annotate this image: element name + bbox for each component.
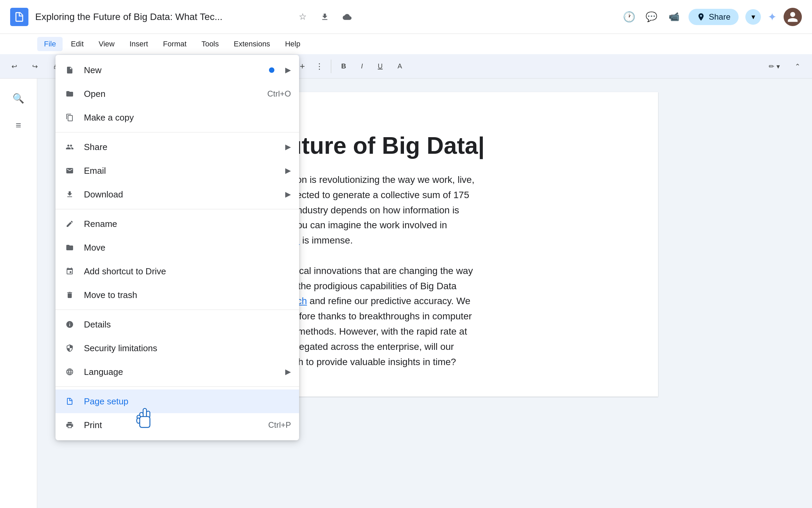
security-icon	[64, 342, 76, 354]
menu-item-move[interactable]: Move	[55, 236, 299, 259]
undo-button[interactable]: ↩	[5, 58, 23, 75]
bold-button[interactable]: B	[335, 58, 352, 75]
menu-item-download[interactable]: Download ▶	[55, 183, 299, 206]
trash-icon	[64, 289, 76, 301]
details-icon	[64, 318, 76, 331]
doc-icon	[10, 8, 28, 26]
video-icon[interactable]: 📹	[666, 9, 682, 25]
color-button[interactable]: A	[391, 58, 408, 75]
gemini-icon[interactable]: ✦	[768, 10, 777, 23]
search-icon[interactable]: 🔍	[9, 89, 28, 108]
menubar: File Edit View Insert Format Tools Exten…	[0, 34, 812, 54]
doc-title: Exploring the Future of Big Data: What T…	[35, 12, 288, 22]
print-label: Print	[84, 420, 260, 430]
left-sidebar: 🔍 ≡	[0, 79, 37, 508]
email-icon	[64, 165, 76, 177]
share-label: Share	[709, 12, 730, 22]
menu-format[interactable]: Format	[156, 37, 194, 51]
menu-item-share[interactable]: Share ▶	[55, 135, 299, 159]
open-icon	[64, 88, 76, 100]
shortcut-icon	[64, 265, 76, 277]
download-arrow: ▶	[285, 190, 291, 199]
underline-button[interactable]: U	[372, 58, 389, 75]
history-icon[interactable]: 🕐	[622, 9, 637, 25]
file-menu: New ▶ Open Ctrl+O Make a copy Share ▶ Em…	[55, 55, 299, 440]
menu-item-rename[interactable]: Rename	[55, 212, 299, 236]
menu-item-print[interactable]: Print Ctrl+P	[55, 413, 299, 437]
new-icon	[64, 64, 76, 76]
menu-item-email[interactable]: Email ▶	[55, 159, 299, 183]
menu-item-trash[interactable]: Move to trash	[55, 283, 299, 307]
menu-item-make-copy[interactable]: Make a copy	[55, 106, 299, 129]
menu-item-details[interactable]: Details	[55, 313, 299, 336]
page-setup-icon	[64, 395, 76, 407]
edit-mode-button[interactable]: ✏ ▾	[763, 58, 786, 75]
menu-help[interactable]: Help	[278, 37, 307, 51]
shortcut-label: Add shortcut to Drive	[84, 266, 291, 277]
divider1	[55, 132, 299, 132]
security-label: Security limitations	[84, 343, 291, 354]
print-menu-icon	[64, 419, 76, 431]
new-dot	[269, 67, 274, 73]
new-arrow: ▶	[285, 66, 291, 75]
share-arrow: ▶	[285, 143, 291, 151]
menu-edit[interactable]: Edit	[64, 37, 90, 51]
move-icon	[64, 241, 76, 254]
share-menu-label: Share	[84, 142, 277, 152]
menu-item-security[interactable]: Security limitations	[55, 336, 299, 360]
open-label: Open	[84, 89, 259, 99]
menu-item-language[interactable]: Language ▶	[55, 360, 299, 384]
toolbar-right: ✏ ▾ ⌃	[763, 58, 807, 75]
menu-item-add-shortcut[interactable]: Add shortcut to Drive	[55, 259, 299, 283]
divider4	[55, 386, 299, 387]
redo-button[interactable]: ↪	[26, 58, 44, 75]
print-shortcut: Ctrl+P	[268, 420, 291, 430]
new-label: New	[84, 65, 261, 76]
email-label: Email	[84, 166, 277, 176]
share-button[interactable]: Share	[689, 9, 739, 25]
star-icon[interactable]: ☆	[295, 9, 310, 25]
rename-label: Rename	[84, 219, 291, 229]
divider2	[55, 209, 299, 209]
download-label: Download	[84, 189, 277, 200]
menu-view[interactable]: View	[92, 37, 121, 51]
menu-tools[interactable]: Tools	[195, 37, 225, 51]
move-to-drive-icon[interactable]	[317, 9, 333, 25]
open-shortcut: Ctrl+O	[267, 89, 291, 99]
make-copy-label: Make a copy	[84, 112, 291, 123]
menu-item-page-setup[interactable]: Page setup	[55, 389, 299, 413]
separator4	[331, 60, 331, 73]
menu-insert[interactable]: Insert	[123, 37, 155, 51]
copy-icon	[64, 111, 76, 124]
menu-item-open[interactable]: Open Ctrl+O	[55, 82, 299, 106]
email-arrow: ▶	[285, 166, 291, 175]
menu-extensions[interactable]: Extensions	[227, 37, 277, 51]
language-label: Language	[84, 367, 277, 377]
page-setup-label: Page setup	[84, 396, 291, 407]
outline-icon[interactable]: ≡	[9, 116, 28, 135]
divider3	[55, 310, 299, 310]
share-menu-icon	[64, 141, 76, 153]
more-options-button[interactable]: ⋮	[312, 59, 327, 74]
collapse-toolbar[interactable]: ⌃	[789, 58, 807, 75]
user-avatar[interactable]	[784, 8, 802, 26]
menu-item-new[interactable]: New ▶	[55, 58, 299, 82]
italic-button[interactable]: I	[355, 58, 369, 75]
topbar: Exploring the Future of Big Data: What T…	[0, 0, 812, 34]
menu-file[interactable]: File	[37, 37, 63, 51]
language-arrow: ▶	[285, 367, 291, 376]
move-label: Move	[84, 242, 291, 253]
download-icon	[64, 188, 76, 200]
comment-icon[interactable]: 💬	[644, 9, 659, 25]
details-label: Details	[84, 319, 291, 330]
language-icon	[64, 366, 76, 378]
trash-label: Move to trash	[84, 290, 291, 300]
share-caret[interactable]: ▾	[745, 9, 761, 25]
rename-icon	[64, 218, 76, 230]
cloud-icon[interactable]	[339, 9, 355, 25]
